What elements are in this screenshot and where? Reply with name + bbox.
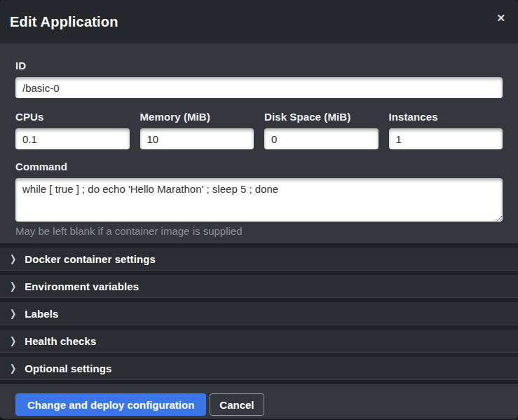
cpus-field-group: CPUs [15, 110, 130, 149]
section-label: Optional settings [25, 363, 111, 374]
id-field-group: ID [15, 59, 503, 98]
id-label: ID [15, 59, 503, 72]
chevron-right-icon: ❯ [10, 308, 16, 319]
disk-space-label: Disk Space (MiB) [264, 110, 379, 123]
section-docker-container-settings[interactable]: ❯ Docker container settings [0, 248, 518, 271]
application-form: ID CPUs Memory (MiB) Disk Space (MiB) In… [0, 43, 518, 243]
cpus-input[interactable] [15, 128, 130, 149]
edit-application-modal: Edit Application ✕ ID CPUs Memory (MiB) … [0, 0, 518, 419]
memory-label: Memory (MiB) [140, 110, 254, 123]
command-label: Command [15, 160, 503, 173]
id-input[interactable] [15, 77, 503, 98]
cancel-button[interactable]: Cancel [210, 393, 264, 416]
section-label: Health checks [25, 335, 96, 347]
cpus-label: CPUs [15, 110, 130, 123]
section-label: Environment variables [25, 280, 139, 292]
instances-input[interactable] [389, 128, 503, 149]
command-textarea[interactable]: while [ true ] ; do echo 'Hello Marathon… [15, 178, 503, 222]
section-optional-settings[interactable]: ❯ Optional settings [0, 357, 518, 380]
chevron-right-icon: ❯ [10, 253, 16, 264]
modal-footer: Change and deploy configuration Cancel [0, 384, 518, 419]
change-and-deploy-button[interactable]: Change and deploy configuration [15, 393, 206, 416]
command-field-group: Command while [ true ] ; do echo 'Hello … [15, 160, 503, 238]
memory-input[interactable] [140, 128, 254, 149]
chevron-right-icon: ❯ [10, 363, 16, 374]
modal-header: Edit Application ✕ [0, 0, 518, 43]
instances-field-group: Instances [389, 110, 503, 149]
section-health-checks[interactable]: ❯ Health checks [0, 330, 518, 353]
modal-title: Edit Application [10, 14, 118, 30]
section-label: Labels [25, 308, 58, 320]
disk-space-input[interactable] [264, 128, 379, 149]
disk-space-field-group: Disk Space (MiB) [264, 110, 379, 149]
section-labels[interactable]: ❯ Labels [0, 302, 518, 325]
chevron-right-icon: ❯ [10, 280, 16, 292]
close-icon[interactable]: ✕ [495, 10, 507, 26]
section-environment-variables[interactable]: ❯ Environment variables [0, 275, 518, 298]
chevron-right-icon: ❯ [10, 335, 16, 346]
memory-field-group: Memory (MiB) [140, 110, 254, 149]
instances-label: Instances [389, 110, 503, 123]
command-help-text: May be left blank if a container image i… [15, 225, 503, 238]
settings-accordion: ❯ Docker container settings ❯ Environmen… [0, 243, 518, 384]
section-label: Docker container settings [25, 253, 156, 265]
resources-row: CPUs Memory (MiB) Disk Space (MiB) Insta… [15, 110, 503, 149]
